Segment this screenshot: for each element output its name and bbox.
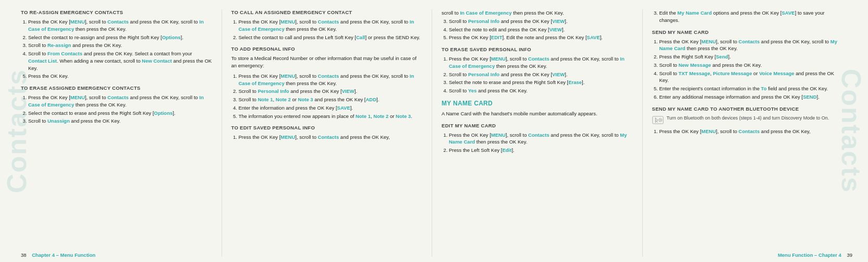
- footer-right-page: 39: [847, 252, 852, 258]
- footer-right: Menu Function – Chapter 4 39: [778, 252, 852, 258]
- list-item: Scroll to Unassign and press the OK Key.: [28, 117, 212, 125]
- column-2: TO CALL AN ASSIGNED EMERGENCY CONTACT Pr…: [222, 9, 433, 257]
- list-item: Press the OK Key [MENU], scroll to Conta…: [28, 18, 212, 33]
- list-item: scroll to In Case of Emergency then pres…: [442, 9, 633, 17]
- list-item: Scroll to Re-assign and press the OK Key…: [28, 42, 212, 49]
- list-item: Press the OK Key [MENU], scroll to Conta…: [449, 55, 633, 70]
- list-item: Select the contact to call and press the…: [239, 34, 423, 41]
- column-1: TO RE-ASSIGN EMERGENCY CONTACTS Press th…: [21, 9, 222, 257]
- col4-section1-list: Edit the My Name Card options and press …: [652, 9, 843, 24]
- list-item: The information you entered now appears …: [239, 113, 423, 120]
- list-item: Press the OK Key.: [28, 73, 212, 80]
- col1-section2-list: Press the OK Key [MENU], scroll to Conta…: [21, 94, 212, 125]
- col3-section3-intro: A Name Card with the handset's mobile nu…: [442, 110, 633, 117]
- list-item: Edit the My Name Card options and press …: [659, 9, 843, 24]
- list-item: Press the OK Key [MENU], scroll to Conta…: [449, 132, 633, 146]
- page-container: Contacts Contacts TO RE-ASSIGN EMERGENCY…: [0, 0, 868, 262]
- list-item: Press the OK Key [EDIT]. Edit the note a…: [449, 34, 633, 41]
- list-item: Select the contact to erase and press th…: [28, 110, 212, 117]
- col3-section3-title: MY NAME CARD: [442, 100, 633, 107]
- list-item: Press the Left Soft Key [Edit].: [449, 147, 633, 154]
- list-item: Scroll to New Message and press the OK K…: [659, 62, 843, 69]
- list-item: Scroll to Note 1, Note 2 or Note 3 and p…: [239, 96, 423, 103]
- list-item: Press the OK Key [MENU], scroll to Conta…: [239, 18, 423, 33]
- list-item: Press the Right Soft Key [Send].: [659, 53, 843, 61]
- col2-section2-title: TO ADD PERSONAL INFO: [231, 46, 423, 52]
- list-item: Press the OK Key [MENU], scroll to Conta…: [659, 38, 843, 53]
- col2-section1-title: TO CALL AN ASSIGNED EMERGENCY CONTACT: [231, 9, 423, 15]
- col4-section3-list: Press the OK Key [MENU], scroll to Conta…: [652, 128, 843, 135]
- list-item: Select the note to edit and press the OK…: [449, 26, 633, 33]
- footer-right-chapter: Menu Function – Chapter 4: [778, 252, 841, 258]
- footer-left-page: 38: [21, 252, 27, 258]
- col3-section4-list: Press the OK Key [MENU], scroll to Conta…: [442, 132, 633, 154]
- list-item: Select the note to erase and press the R…: [449, 79, 633, 86]
- list-item: Enter the recipient's contact informatio…: [659, 85, 843, 92]
- col2-section2-intro: To store a Medical Record Number or othe…: [231, 55, 423, 69]
- col4-section3-title: SEND MY NAME CARD TO ANOTHER BLUETOOTH D…: [652, 106, 843, 112]
- col4-section2-list: Press the OK Key [MENU], scroll to Conta…: [652, 38, 843, 101]
- footer-left-chapter: Chapter 4 – Menu Function: [32, 252, 95, 258]
- list-item: Scroll to Personal Info and press the OK…: [239, 88, 423, 95]
- list-item: Scroll to Personal Info and press the OK…: [449, 18, 633, 25]
- col2-section3-title: TO EDIT SAVED PERSONAL INFO: [231, 125, 423, 130]
- note-box: Turn on Bluetooth on both devices (steps…: [652, 115, 843, 125]
- col3-section4-title: EDIT MY NAME CARD: [442, 123, 633, 128]
- col1-section1-title: TO RE-ASSIGN EMERGENCY CONTACTS: [21, 9, 212, 15]
- column-3: scroll to In Case of Emergency then pres…: [432, 9, 643, 257]
- col1-section2-title: TO ERASE ASSIGNED EMERGENCY CONTACTS: [21, 85, 212, 91]
- list-item: Enter the information and press the OK K…: [239, 104, 423, 112]
- col4-note-text: Turn on Bluetooth on both devices (steps…: [667, 115, 829, 122]
- content-area: TO RE-ASSIGN EMERGENCY CONTACTS Press th…: [0, 0, 868, 262]
- bluetooth-note-icon: [652, 115, 664, 125]
- col4-section2-title: SEND MY NAME CARD: [652, 29, 843, 35]
- col2-section3-list: Press the OK Key [MENU], scroll to Conta…: [231, 134, 423, 141]
- page-footer: 38 Chapter 4 – Menu Function Menu Functi…: [0, 252, 868, 262]
- col2-section2-list: Press the OK Key [MENU], scroll to Conta…: [231, 73, 423, 120]
- list-item: Scroll to Personal Info and press the OK…: [449, 71, 633, 78]
- list-item: Enter any additional message information…: [659, 93, 843, 101]
- list-item: Scroll to Yes and press the OK Key.: [449, 87, 633, 94]
- list-item: Press the OK Key [MENU], scroll to Conta…: [659, 128, 843, 135]
- list-item: Press the OK Key [MENU], scroll to Conta…: [239, 134, 423, 141]
- col2-section1-list: Press the OK Key [MENU], scroll to Conta…: [231, 18, 423, 41]
- col3-section2-title: TO ERASE SAVED PERSONAL INFO: [442, 46, 633, 52]
- col3-section2-list: Press the OK Key [MENU], scroll to Conta…: [442, 55, 633, 94]
- col1-section1-list: Press the OK Key [MENU], scroll to Conta…: [21, 18, 212, 80]
- column-4: Edit the My Name Card options and press …: [643, 9, 853, 257]
- list-item: Press the OK Key [MENU], scroll to Conta…: [239, 73, 423, 87]
- footer-left: 38 Chapter 4 – Menu Function: [21, 252, 95, 258]
- list-item: Scroll to TXT Message, Picture Message o…: [659, 70, 843, 85]
- list-item: Press the OK Key [MENU], scroll to Conta…: [28, 94, 212, 109]
- list-item: Scroll to From Contacts and press the OK…: [28, 50, 212, 72]
- list-item: Select the contact to re-assign and pres…: [28, 34, 212, 41]
- col3-section1-list: scroll to In Case of Emergency then pres…: [442, 9, 633, 41]
